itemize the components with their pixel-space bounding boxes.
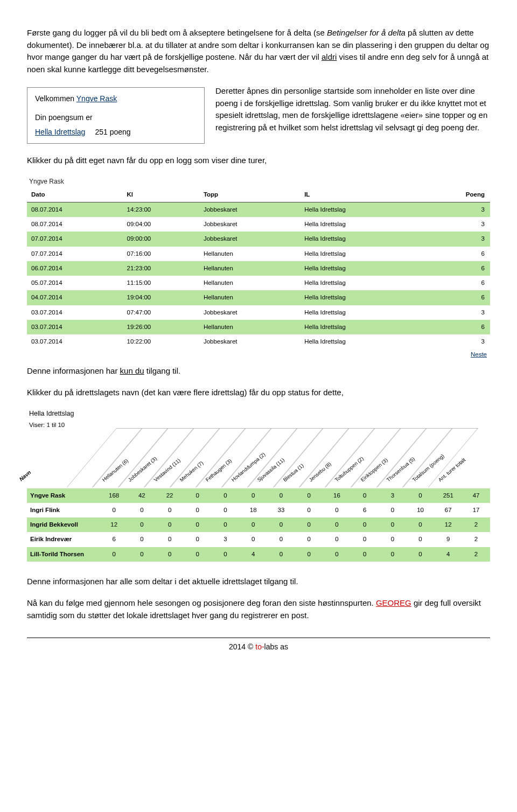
cell: 67 (434, 503, 462, 517)
welcome-panel: Velkommen Yngve Rask Din poengsum er Hel… (27, 87, 205, 144)
score-label: Din poengsum er (35, 112, 197, 123)
cell: 0 (128, 517, 156, 532)
paragraph-loglink: Klikker du på ditt eget navn får du opp … (27, 155, 490, 167)
cell: 0 (323, 517, 351, 532)
cell: 10:22:00 (124, 334, 200, 349)
cell: 3 (379, 488, 407, 503)
footer-year: 2014 © (229, 642, 255, 651)
table-header-row: Dato Kl Topp IL Poeng (27, 187, 490, 202)
cell: 6 (421, 290, 490, 305)
paragraph-closing: Nå kan du følge med gjennom hele sesonge… (27, 597, 490, 621)
table-row: 07.07.201407:16:00HellanutenHella Idrett… (27, 247, 490, 261)
terms-reference: Betingelser for å delta (327, 28, 406, 37)
cell: Hella Idrettslag (301, 305, 421, 320)
team-stats-table: Yngve Rask1684222000001603025147Ingri Fl… (27, 488, 490, 562)
cell: 3 (421, 202, 490, 217)
cell: 6 (351, 503, 379, 517)
cell: 0 (323, 532, 351, 547)
cell: 19:26:00 (124, 320, 200, 334)
cell: 12 (100, 517, 128, 532)
cell: Hella Idrettslag (301, 261, 421, 276)
table-row: 03.07.201410:22:00JobbeskaretHella Idret… (27, 334, 490, 349)
cell: 0 (128, 532, 156, 547)
row-name: Ingri Flink (27, 503, 100, 517)
cell: Hellanuten (200, 276, 301, 290)
cell: 11:15:00 (124, 276, 200, 290)
cell: 14:23:00 (124, 202, 200, 217)
cell: Hella Idrettslag (301, 202, 421, 217)
cell: Hella Idrettslag (301, 217, 421, 232)
cell: 08.07.2014 (27, 217, 124, 232)
cell: Jobbeskaret (200, 217, 301, 232)
cell: 22 (156, 488, 184, 503)
row-name: Ingrid Bekkevoll (27, 517, 100, 532)
cell: 0 (239, 488, 267, 503)
team-stats-wrapper: Navn Hellanuten (6)Jobbeskaret (3)Vestav… (27, 433, 490, 562)
footer-divider (27, 638, 490, 638)
cell: 04.07.2014 (27, 290, 124, 305)
cell: 2 (462, 547, 490, 562)
team-link[interactable]: Hella Idrettslag (35, 127, 85, 138)
cell: 0 (351, 547, 379, 562)
table-row: 05.07.201411:15:00HellanutenHella Idrett… (27, 276, 490, 290)
table-row: 06.07.201421:23:00HellanutenHella Idrett… (27, 261, 490, 276)
cell: 0 (212, 488, 240, 503)
table-row: 07.07.201409:00:00JobbeskaretHella Idret… (27, 232, 490, 246)
col-time: Kl (124, 187, 200, 202)
cell: 10 (407, 503, 435, 517)
table-row: 08.07.201414:23:00JobbeskaretHella Idret… (27, 202, 490, 217)
cell: 33 (267, 503, 295, 517)
col-top: Topp (200, 187, 301, 202)
cell: 2 (462, 532, 490, 547)
cell: 6 (421, 320, 490, 334)
cell: Hella Idrettslag (301, 290, 421, 305)
cell: 18 (239, 503, 267, 517)
cell: 03.07.2014 (27, 305, 124, 320)
cell: 07.07.2014 (27, 247, 124, 261)
table-row: Ingri Flink0000018330060106717 (27, 503, 490, 517)
cell: 6 (100, 532, 128, 547)
cell: 0 (267, 532, 295, 547)
footer: 2014 © to-labs as (27, 641, 490, 653)
stat-team-name: Hella Idrettslag (29, 409, 490, 419)
cell: 0 (239, 517, 267, 532)
cell: 251 (434, 488, 462, 503)
cell: 3 (421, 305, 490, 320)
cell: 3 (212, 532, 240, 547)
cell: 0 (295, 517, 323, 532)
cell: 0 (379, 532, 407, 547)
cell: 0 (295, 547, 323, 562)
cell: 0 (184, 503, 212, 517)
cell: 03.07.2014 (27, 320, 124, 334)
cell: 06.07.2014 (27, 261, 124, 276)
cell: 0 (379, 517, 407, 532)
cell: 6 (421, 276, 490, 290)
cell: 0 (100, 547, 128, 562)
text: Første gang du logger på vil du bli bedt… (27, 28, 327, 37)
cell: 42 (128, 488, 156, 503)
cell: 09:00:00 (124, 232, 200, 246)
paragraph-teamstatus: Klikker du på idrettslagets navn (det ka… (27, 387, 490, 399)
georeg-link[interactable]: GEOREG (376, 598, 411, 607)
cell: 0 (212, 503, 240, 517)
cell: 3 (421, 217, 490, 232)
cell: 9 (434, 532, 462, 547)
table-row: Ingrid Bekkevoll1200000000000122 (27, 517, 490, 532)
cell: 07:47:00 (124, 305, 200, 320)
cell: 6 (421, 247, 490, 261)
cell: 0 (184, 488, 212, 503)
paragraph-intro: Første gang du logger på vil du bli bedt… (27, 27, 490, 75)
cell: 12 (434, 517, 462, 532)
paragraph-shared: Denne informasjonen har alle som deltar … (27, 576, 490, 588)
cell: Hella Idrettslag (301, 247, 421, 261)
table-row: Yngve Rask1684222000001603025147 (27, 488, 490, 503)
next-page-link[interactable]: Neste (27, 350, 487, 359)
welcome-user-link[interactable]: Yngve Rask (76, 94, 117, 103)
cell: 6 (421, 261, 490, 276)
cell: 0 (128, 503, 156, 517)
row-name: Yngve Rask (27, 488, 100, 503)
cell: 0 (128, 547, 156, 562)
col-points: Poeng (421, 187, 490, 202)
cell: 03.07.2014 (27, 334, 124, 349)
col-name-label: Navn (17, 468, 32, 482)
